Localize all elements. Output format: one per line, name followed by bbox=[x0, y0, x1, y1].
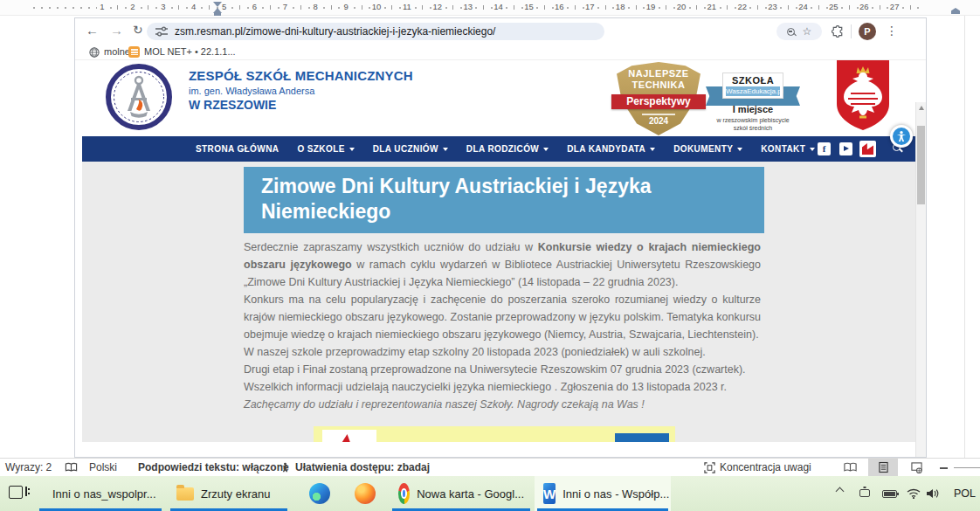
ruler-mark-cell: 1 bbox=[102, 0, 133, 16]
read-mode-button[interactable] bbox=[835, 459, 865, 476]
article-paragraphs: Konkurs ma na celu popularyzację i zachę… bbox=[244, 291, 761, 396]
word-document-page[interactable]: zsm.resman.pl/zimowe-dni-kultury-austria… bbox=[0, 16, 980, 458]
taskbar-task-view-icon[interactable] bbox=[9, 486, 23, 499]
youtube-icon[interactable] bbox=[839, 142, 852, 155]
bookmark-molnet-plus[interactable]: MOL NET+ • 22.1.1... bbox=[144, 46, 236, 57]
zoom-out-control[interactable] bbox=[940, 467, 948, 469]
site-navbar: STRONA GŁÓWNA O SZKOLE DLA UCZNIÓW bbox=[82, 136, 916, 162]
accessibility-widget-button[interactable] bbox=[890, 125, 913, 148]
embedded-screenshot[interactable]: zsm.resman.pl/zimowe-dni-kultury-austria… bbox=[74, 17, 927, 458]
back-icon[interactable] bbox=[86, 23, 99, 38]
tray-chevron-icon[interactable] bbox=[836, 487, 845, 496]
browser-toolbar: zsm.resman.pl/zimowe-dni-kultury-austria… bbox=[75, 18, 926, 45]
first-line-indent-marker[interactable] bbox=[213, 2, 222, 7]
school-logo[interactable] bbox=[106, 64, 172, 130]
language-indicator[interactable]: Polski bbox=[89, 461, 117, 473]
poland-eagle-emblem bbox=[833, 59, 893, 134]
perspektywy-line1: NAJLEPSZE bbox=[617, 68, 700, 79]
wifi-icon[interactable] bbox=[907, 488, 921, 499]
taskbar-button-chrome[interactable]: Nowa karta - Googl... bbox=[390, 476, 533, 511]
site-settings-icon[interactable] bbox=[155, 26, 168, 37]
ruler-mark-cell: 8 bbox=[315, 0, 346, 16]
waszaedukacja-brand: WaszaEdukacja.pl bbox=[726, 86, 780, 96]
taskbar-button-folder-2[interactable]: Zrzuty ekranu bbox=[168, 476, 290, 511]
taskbar-button-word[interactable]: Inni o nas - Współp... bbox=[535, 476, 671, 511]
poster-blue-block bbox=[615, 433, 669, 442]
page-edge-line bbox=[964, 16, 965, 458]
word-status-bar: Wyrazy: 2 Polski Podpowiedzi tekstu: włą… bbox=[0, 458, 980, 476]
school-patron: im. gen. Władysława Andersa bbox=[189, 86, 314, 96]
molnet-app-icon bbox=[128, 46, 140, 58]
event-poster-banner[interactable] bbox=[314, 426, 675, 442]
bip-icon[interactable] bbox=[859, 141, 876, 157]
firefox-icon bbox=[355, 483, 376, 504]
taskbar-button-edge[interactable] bbox=[300, 476, 339, 511]
browser-scrollbar[interactable] bbox=[915, 102, 926, 458]
article-paragraph-1: Serdecznie zapraszamy wszystkich uczniów… bbox=[244, 238, 761, 291]
perspektywy-line2: TECHNIKA bbox=[617, 79, 700, 90]
battery-icon[interactable] bbox=[882, 490, 897, 498]
edge-icon bbox=[309, 483, 330, 504]
taskbar-button-folder-1[interactable]: Inni o nas_wspolpr... bbox=[37, 476, 164, 511]
screen: 1 2 3 4 5 bbox=[0, 0, 980, 511]
waszaedukacja-subtitle: w rzeszowskim plebiscycie szkół średnich bbox=[707, 116, 798, 133]
site-content: Zimowe Dni Kultury Austriackiej i Języka… bbox=[82, 162, 916, 442]
nav-item[interactable]: DLA KANDYDATA bbox=[567, 144, 655, 154]
print-layout-button[interactable] bbox=[868, 459, 898, 476]
website-viewport: ZESPÓŁ SZKÓŁ MECHANICZNYCH im. gen. Wład… bbox=[75, 60, 926, 442]
school-city: W RZESZOWIE bbox=[189, 98, 276, 112]
word-count[interactable]: Wyrazy: 2 bbox=[5, 461, 52, 473]
article-closing: Zachęcamy do udziału i reprezentowania n… bbox=[244, 396, 761, 413]
word-icon bbox=[543, 483, 556, 504]
url-text[interactable]: zsm.resman.pl/zimowe-dni-kultury-austria… bbox=[175, 25, 495, 38]
bookmark-star-icon[interactable] bbox=[803, 25, 812, 38]
chevron-down-icon bbox=[543, 148, 549, 151]
chevron-down-icon bbox=[737, 148, 742, 151]
nav-item[interactable]: DOKUMENTY bbox=[673, 144, 742, 154]
nav-item[interactable]: KONTAKT bbox=[761, 144, 815, 154]
toolbar-separator bbox=[851, 24, 852, 38]
perspektywy-badge: NAJLEPSZE TECHNIKA Perspektywy 2024 bbox=[617, 62, 700, 135]
perspektywy-year: 2024 bbox=[617, 116, 700, 126]
tray-device-icon[interactable] bbox=[859, 489, 870, 497]
accessibility-person-icon bbox=[280, 462, 291, 473]
waszaedukacja-badge: SZKOŁA WaszaEdukacja.pl I miejsce w rzes… bbox=[713, 73, 793, 132]
right-indent-marker[interactable] bbox=[951, 8, 960, 14]
tray-language[interactable]: POL bbox=[954, 487, 976, 500]
nav-item[interactable]: STRONA GŁÓWNA bbox=[196, 144, 279, 154]
focus-mode-icon[interactable] bbox=[704, 462, 715, 473]
site-header: ZESPÓŁ SZKÓŁ MECHANICZNYCH im. gen. Wład… bbox=[82, 60, 916, 136]
zoom-out-icon[interactable] bbox=[787, 28, 795, 36]
browser-menu-icon[interactable] bbox=[886, 24, 898, 38]
nav-item[interactable]: DLA RODZICÓW bbox=[466, 144, 549, 154]
ruler-scale: 1 2 3 4 5 bbox=[102, 0, 925, 16]
chevron-down-icon bbox=[650, 148, 655, 151]
nav-item[interactable]: O SZKOLE bbox=[297, 144, 354, 154]
facebook-icon[interactable] bbox=[818, 142, 831, 155]
forward-icon[interactable] bbox=[110, 23, 123, 38]
folder-icon bbox=[176, 487, 194, 501]
profile-avatar[interactable]: P bbox=[859, 23, 876, 40]
windows-taskbar: Inni o nas_wspolpr... Zrzuty ekranu Nowa… bbox=[0, 476, 980, 511]
address-bar[interactable]: zsm.resman.pl/zimowe-dni-kultury-austria… bbox=[147, 23, 604, 40]
article-paragraph: Drugi etap i Finał zostaną przeprowadzon… bbox=[244, 361, 761, 378]
taskbar-button-firefox[interactable] bbox=[346, 476, 384, 511]
site-nav-items: STRONA GŁÓWNA O SZKOLE DLA UCZNIÓW bbox=[196, 136, 815, 162]
scrollbar-thumb[interactable] bbox=[917, 126, 925, 204]
text-predictions[interactable]: Podpowiedzi tekstu: włączone bbox=[138, 461, 289, 473]
nav-item[interactable]: DLA UCZNIÓW bbox=[373, 144, 448, 154]
focus-mode[interactable]: Koncentracja uwagi bbox=[720, 461, 811, 473]
proofing-book-icon[interactable] bbox=[65, 462, 78, 473]
zoom-slider[interactable] bbox=[954, 467, 980, 468]
word-ruler[interactable]: 1 2 3 4 5 bbox=[0, 0, 980, 16]
article-paragraph: Wszelkich informacji udzielają nauczycie… bbox=[244, 378, 761, 396]
ruler-mark-cell: 3 bbox=[163, 0, 194, 16]
web-layout-button[interactable] bbox=[901, 459, 931, 476]
poster-graphic bbox=[322, 430, 376, 442]
accessibility-check[interactable]: Ułatwienia dostępu: zbadaj bbox=[295, 461, 430, 473]
article-paragraph: W naszej szkole przeprowadzimy etap szko… bbox=[244, 343, 761, 361]
reload-icon[interactable] bbox=[133, 23, 143, 37]
scroll-up-icon[interactable] bbox=[919, 106, 924, 110]
speaker-icon[interactable] bbox=[926, 488, 940, 499]
extensions-icon[interactable] bbox=[832, 25, 844, 41]
